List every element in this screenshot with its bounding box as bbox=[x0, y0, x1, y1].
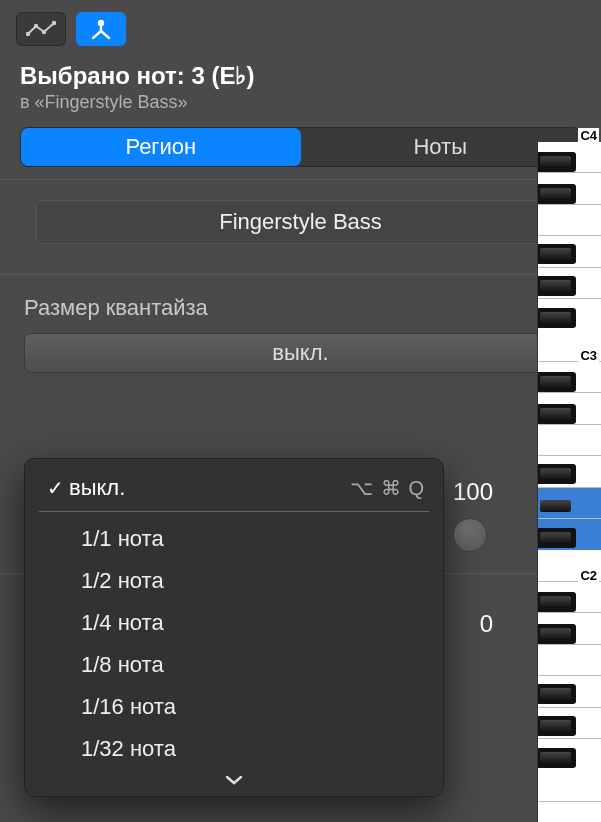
quantize-option-1-4[interactable]: 1/4 нота bbox=[25, 602, 443, 644]
tab-region[interactable]: Регион bbox=[21, 128, 301, 166]
svg-point-1 bbox=[34, 24, 38, 28]
strength-value: 100 bbox=[443, 478, 493, 506]
quantize-label: Размер квантайза bbox=[0, 295, 601, 333]
quantize-option-1-2[interactable]: 1/2 нота bbox=[25, 560, 443, 602]
swing-value: 0 bbox=[443, 610, 493, 638]
menu-more-icon[interactable] bbox=[25, 770, 443, 792]
quantize-option-1-8[interactable]: 1/8 нота bbox=[25, 644, 443, 686]
quantize-popup-button[interactable]: выкл. bbox=[24, 333, 577, 373]
svg-point-3 bbox=[52, 21, 56, 25]
svg-point-0 bbox=[26, 32, 30, 36]
octave-label-c2: C2 bbox=[578, 568, 599, 583]
quantize-option-1-16[interactable]: 1/16 нота bbox=[25, 686, 443, 728]
quantize-value: выкл. bbox=[272, 340, 328, 366]
quantize-option-1-1[interactable]: 1/1 нота bbox=[25, 518, 443, 560]
selection-title: Выбрано нот: 3 (E♭) bbox=[20, 62, 581, 90]
quantize-menu: ✓ выкл. ⌥ ⌘ Q 1/1 нота 1/2 нота 1/4 нота… bbox=[24, 458, 444, 797]
strength-slider-knob[interactable] bbox=[453, 518, 487, 552]
region-notes-tabs: Регион Ноты bbox=[20, 127, 581, 167]
selection-subtitle: в «Fingerstyle Bass» bbox=[20, 92, 581, 113]
svg-point-2 bbox=[42, 30, 46, 34]
check-icon: ✓ bbox=[47, 476, 69, 500]
quantize-option-1-32[interactable]: 1/32 нота bbox=[25, 728, 443, 770]
quantize-menu-selected[interactable]: выкл. bbox=[69, 475, 125, 501]
octave-label-c4: C4 bbox=[578, 128, 599, 143]
automation-tool-button[interactable] bbox=[16, 12, 66, 46]
piano-ruler[interactable]: C4 C3 C2 bbox=[537, 142, 601, 822]
midi-tool-button[interactable] bbox=[76, 12, 126, 46]
quantize-shortcut: ⌥ ⌘ Q bbox=[350, 476, 425, 500]
region-name-field[interactable]: Fingerstyle Bass bbox=[36, 200, 565, 244]
octave-label-c3: C3 bbox=[578, 348, 599, 363]
